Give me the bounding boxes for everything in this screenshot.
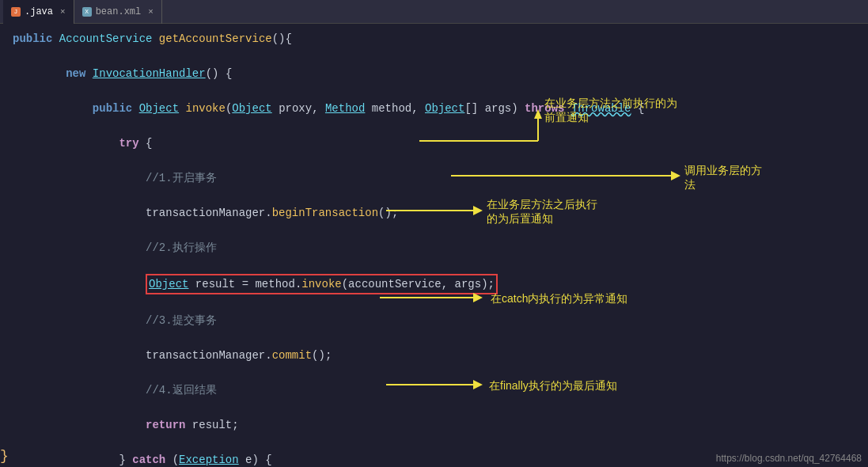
xml-icon: X (82, 7, 92, 17)
tab-xml[interactable]: X bean.xml × (74, 0, 162, 24)
tab-java-label: .java (25, 6, 53, 17)
line-2: new InvocationHandler() { (13, 65, 868, 82)
line-12: return result; (13, 416, 868, 434)
tab-java-close[interactable]: × (60, 7, 66, 17)
code-block: public AccountService getAccountService(… (13, 30, 868, 467)
line-8: Object result = method.invoke(accountSer… (13, 274, 868, 294)
tab-xml-label: bean.xml (96, 6, 142, 17)
tab-xml-close[interactable]: × (148, 7, 154, 17)
tab-bar: J .java × X bean.xml × (0, 0, 868, 24)
line-9: //3.提交事务 (13, 312, 868, 329)
line-1: public AccountService getAccountService(… (13, 30, 868, 47)
line-11: //4.返回结果 (13, 382, 868, 399)
line-3: public Object invoke(Object proxy, Metho… (13, 100, 868, 117)
url-text: https://blog.csdn.net/qq_42764468 (716, 453, 862, 464)
bottom-bracket: } (0, 448, 9, 464)
line-5: //1.开启事务 (13, 169, 868, 187)
code-area: public AccountService getAccountService(… (0, 24, 868, 467)
line-6: transactionManager.beginTransaction(); (13, 204, 868, 222)
tab-java[interactable]: J .java × (3, 0, 74, 24)
url-bar: https://blog.csdn.net/qq_42764468 (716, 453, 862, 464)
line-10: transactionManager.commit(); (13, 347, 868, 364)
line-7: //2.执行操作 (13, 239, 868, 256)
java-icon: J (11, 7, 21, 17)
line-4: try { (13, 135, 868, 152)
